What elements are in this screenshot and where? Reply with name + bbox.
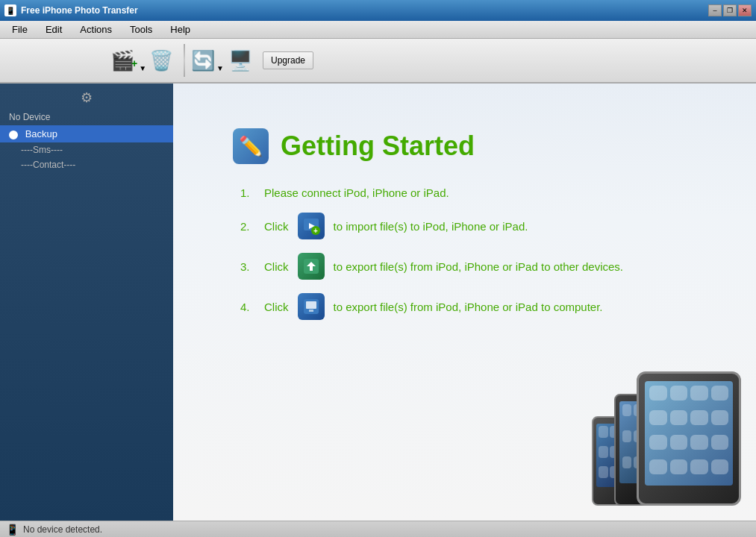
title-bar: 📱 Free iPhone Photo Transfer – ❐ ✕ — [0, 0, 756, 21]
step-3: 3. Click to export file(s) from iPod, iP… — [240, 253, 696, 280]
step-2: 2. Click + to import file(s) to iPod, iP… — [240, 213, 696, 239]
step-4: 4. Click to export file(s) from iPod, iP… — [240, 293, 696, 320]
export-dropdown-arrow[interactable]: ▼ — [216, 64, 224, 72]
step-4-num: 4. — [240, 301, 255, 313]
devices-group — [592, 357, 741, 506]
svg-rect-7 — [309, 310, 313, 312]
toolbar-separator-1 — [184, 44, 185, 77]
settings-gear-icon[interactable]: ⚙ — [0, 87, 173, 109]
backup-label: Backup — [25, 128, 57, 139]
status-bar: 📱 No device detected. — [0, 521, 756, 537]
menu-bar: File Edit Actions Tools Help — [0, 21, 756, 39]
step-4-icon — [298, 293, 325, 320]
upgrade-button[interactable]: Upgrade — [263, 51, 313, 69]
menu-edit[interactable]: Edit — [37, 22, 71, 37]
tablet-screen — [645, 381, 733, 486]
tablet-device — [637, 371, 741, 506]
step-3-icon — [298, 253, 325, 280]
export-other-button[interactable]: 🔄 ▼ — [191, 44, 224, 77]
svg-rect-6 — [306, 301, 316, 309]
status-text: No device detected. — [23, 524, 102, 535]
step-3-text: to export file(s) from iPod, iPhone or i… — [334, 260, 624, 273]
getting-started-header: ✏️ Getting Started — [233, 128, 696, 164]
minimize-button[interactable]: – — [708, 4, 722, 16]
step-4-text: to export file(s) from iPod, iPhone or i… — [334, 301, 603, 313]
step-2-num: 2. — [240, 220, 255, 233]
delete-button[interactable]: 🗑️ — [145, 44, 178, 77]
sidebar: ⚙ No Device Backup ----Sms---- ----Conta… — [0, 84, 173, 521]
content-area: ✏️ Getting Started 1. Please connect iPo… — [173, 84, 756, 521]
step-4-pre: Click — [264, 301, 289, 313]
app-icon: 📱 — [4, 4, 16, 16]
restore-button[interactable]: ❐ — [723, 4, 737, 16]
window-controls: – ❐ ✕ — [708, 4, 752, 16]
steps-list: 1. Please connect iPod, iPhone or iPad. … — [233, 186, 696, 320]
getting-started-title: Getting Started — [281, 131, 475, 162]
sidebar-backup[interactable]: Backup — [0, 125, 173, 142]
status-icon: 📱 — [6, 524, 19, 536]
step-3-num: 3. — [240, 260, 255, 273]
sidebar-contact[interactable]: ----Contact---- — [0, 157, 173, 172]
menu-actions[interactable]: Actions — [71, 22, 121, 37]
app-title: Free iPhone Photo Transfer — [21, 5, 138, 16]
export-computer-button[interactable]: 🖥️ — [224, 44, 257, 77]
step-1: 1. Please connect iPod, iPhone or iPad. — [240, 186, 696, 199]
getting-started-section: ✏️ Getting Started 1. Please connect iPo… — [188, 98, 741, 363]
menu-tools[interactable]: Tools — [121, 22, 161, 37]
import-files-button[interactable]: 🎬 + ▼ — [112, 44, 145, 77]
device-illustration — [592, 357, 741, 506]
backup-radio — [9, 131, 18, 139]
menu-file[interactable]: File — [3, 22, 37, 37]
step-2-icon: + — [298, 213, 325, 239]
step-3-pre: Click — [264, 260, 289, 273]
main-area: ⚙ No Device Backup ----Sms---- ----Conta… — [0, 84, 756, 521]
step-2-pre: Click — [264, 220, 289, 233]
step-2-text: to import file(s) to iPod, iPhone or iPa… — [334, 220, 528, 233]
close-button[interactable]: ✕ — [738, 4, 752, 16]
sidebar-sms[interactable]: ----Sms---- — [0, 142, 173, 157]
svg-text:+: + — [313, 227, 318, 235]
step-1-num: 1. — [240, 186, 255, 199]
getting-started-icon: ✏️ — [233, 128, 269, 164]
toolbar: 🎬 + ▼ 🗑️ 🔄 ▼ 🖥️ Upgrade — [0, 39, 756, 84]
menu-help[interactable]: Help — [161, 22, 199, 37]
sidebar-no-device: No Device — [0, 109, 173, 125]
step-1-text: Please connect iPod, iPhone or iPad. — [264, 186, 449, 199]
